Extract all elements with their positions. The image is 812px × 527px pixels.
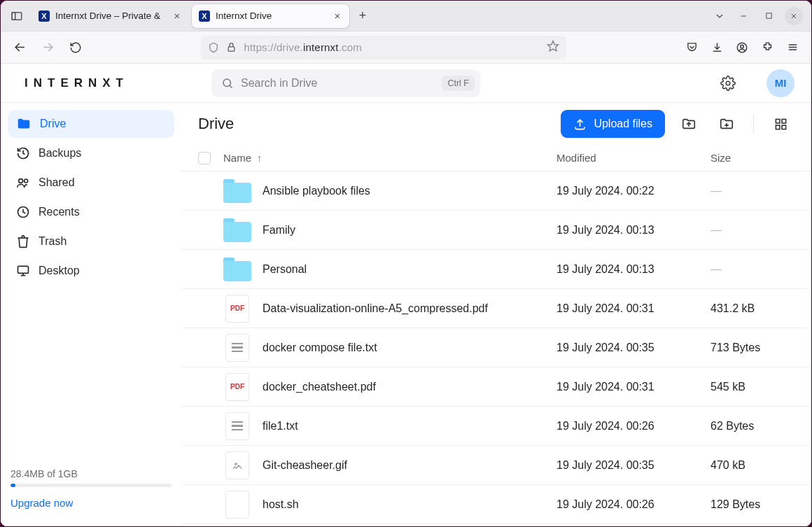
app-menu-button[interactable] — [780, 36, 804, 59]
file-size: — — [710, 263, 794, 276]
file-size: 62 Bytes — [710, 420, 794, 433]
text-file-icon — [225, 412, 249, 440]
new-folder-button[interactable] — [713, 110, 741, 138]
svg-point-34 — [235, 463, 237, 465]
storage-usage-bar — [10, 484, 172, 487]
tabs-list-button[interactable] — [708, 6, 732, 27]
main-content: Drive Upload files — [181, 103, 811, 526]
table-row[interactable]: host.sh19 July 2024. 00:26129 Bytes — [181, 485, 811, 524]
file-name: Family — [262, 224, 556, 237]
extensions-button[interactable] — [755, 36, 779, 59]
users-icon — [16, 176, 30, 190]
user-avatar[interactable]: MI — [766, 69, 794, 97]
app-root: INTERNXT Ctrl F MI Drive — [1, 64, 811, 526]
upgrade-link[interactable]: Upgrade now — [10, 497, 73, 509]
sidebar-item-shared[interactable]: Shared — [8, 169, 174, 197]
file-name: Data-visualization-online-A5_compressed.… — [262, 302, 556, 315]
file-modified: 19 July 2024. 00:22 — [556, 185, 710, 197]
save-to-pocket-button[interactable] — [680, 36, 704, 59]
svg-rect-33 — [782, 125, 786, 129]
back-button[interactable] — [8, 36, 31, 59]
table-row[interactable]: Git-cheasheer.gif19 July 2024. 00:35470 … — [181, 446, 811, 485]
browser-tab-0[interactable]: X Internxt Drive – Private & × — [31, 4, 189, 28]
file-size: 470 kB — [710, 459, 794, 472]
shield-icon — [208, 42, 219, 53]
table-row[interactable]: PDFData-visualization-online-A5_compress… — [181, 289, 811, 328]
tab-strip: X Internxt Drive – Private & × X Internx… — [1, 1, 811, 31]
sidebar-item-desktop[interactable]: Desktop — [8, 257, 174, 285]
column-size-header[interactable]: Size — [710, 152, 794, 164]
upload-files-button[interactable]: Upload files — [561, 110, 665, 138]
bookmark-star-icon[interactable] — [547, 40, 559, 55]
file-modified: 19 July 2024. 00:13 — [556, 224, 710, 237]
svg-rect-1 — [12, 12, 15, 20]
file-size: 129 Bytes — [710, 498, 794, 511]
file-name: Personal — [262, 263, 556, 276]
sidebar-item-drive[interactable]: Drive — [8, 110, 174, 138]
sidebar-item-recents[interactable]: Recents — [8, 198, 174, 226]
file-size: 545 kB — [710, 381, 794, 393]
table-row[interactable]: file1.txt19 July 2024. 00:2662 Bytes — [181, 407, 811, 446]
generic-file-icon — [225, 491, 249, 519]
forward-button[interactable] — [36, 36, 59, 59]
page-title: Drive — [198, 115, 234, 133]
brand-logo: INTERNXT — [24, 76, 129, 90]
search-input[interactable] — [241, 77, 435, 90]
file-size: 431.2 kB — [710, 302, 794, 315]
url-text: https://drive.internxt.com — [244, 41, 539, 53]
browser-window: X Internxt Drive – Private & × X Internx… — [0, 0, 812, 527]
search-shortcut-badge: Ctrl F — [442, 76, 475, 91]
reload-button[interactable] — [64, 36, 88, 59]
downloads-button[interactable] — [705, 36, 729, 59]
app-header: INTERNXT Ctrl F MI — [1, 64, 811, 103]
svg-point-13 — [741, 45, 744, 48]
search-box[interactable]: Ctrl F — [211, 69, 480, 97]
recent-browsing-button[interactable] — [5, 6, 29, 27]
new-tab-button[interactable]: + — [352, 6, 373, 27]
close-tab-button[interactable]: × — [331, 10, 344, 22]
monitor-icon — [16, 264, 30, 278]
svg-rect-32 — [776, 125, 780, 129]
svg-point-20 — [19, 179, 23, 183]
sidebar-item-trash[interactable]: Trash — [8, 227, 174, 255]
column-name-header[interactable]: Name ↑ — [223, 152, 556, 164]
folder-icon — [223, 179, 251, 203]
column-modified-header[interactable]: Modified — [556, 152, 710, 164]
table-row[interactable]: Ansible playbook files19 July 2024. 00:2… — [181, 171, 811, 211]
table-row[interactable]: Family19 July 2024. 00:13— — [181, 211, 811, 250]
close-tab-button[interactable]: × — [171, 10, 183, 22]
file-modified: 19 July 2024. 00:13 — [556, 263, 710, 276]
pdf-file-icon: PDF — [225, 295, 249, 323]
table-row[interactable]: Personal19 July 2024. 00:13— — [181, 250, 811, 289]
sort-asc-icon: ↑ — [257, 152, 262, 164]
browser-tab-1[interactable]: X Internxt Drive × — [192, 4, 349, 28]
storage-usage-text: 28.4MB of 1GB — [10, 468, 172, 479]
table-row[interactable]: docker compose file.txt19 July 2024. 00:… — [181, 328, 811, 367]
file-size: 713 Bytes — [710, 342, 794, 354]
file-name: Git-cheasheer.gif — [262, 459, 556, 472]
window-minimize-button[interactable] — [734, 7, 752, 25]
upload-folder-button[interactable] — [675, 110, 703, 138]
table-row[interactable]: PDFdocker_cheatsheet.pdf19 July 2024. 00… — [181, 367, 811, 407]
file-size: — — [710, 185, 794, 197]
svg-marker-9 — [547, 41, 558, 50]
tab-title: Internxt Drive — [216, 10, 326, 21]
address-bar[interactable]: https://drive.internxt.com — [201, 36, 566, 59]
settings-button[interactable] — [716, 71, 740, 95]
window-maximize-button[interactable] — [760, 7, 778, 25]
account-button[interactable] — [730, 36, 754, 59]
window-close-button[interactable] — [785, 7, 803, 25]
sidebar-label: Drive — [40, 118, 66, 130]
svg-rect-8 — [229, 47, 235, 51]
view-grid-button[interactable] — [766, 110, 794, 138]
file-name: Ansible playbook files — [262, 185, 556, 197]
sidebar-label: Trash — [38, 235, 66, 248]
file-modified: 19 July 2024. 00:26 — [556, 498, 710, 511]
sidebar-label: Shared — [38, 176, 75, 189]
window-controls — [734, 7, 807, 25]
image-file-icon — [225, 451, 249, 479]
sidebar-item-backups[interactable]: Backups — [8, 139, 174, 167]
favicon-icon: X — [199, 10, 210, 22]
select-all-checkbox[interactable] — [198, 152, 211, 164]
file-rows: Ansible playbook files19 July 2024. 00:2… — [181, 171, 811, 524]
